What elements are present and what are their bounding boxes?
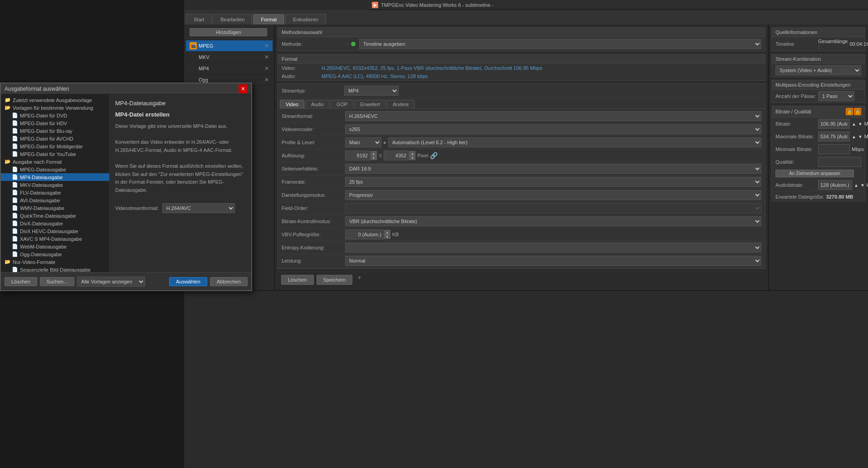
timeline-label: Timeline	[775, 41, 816, 47]
tree-item-ogg-out[interactable]: 📄 Ogg-Dateiausgabe	[1, 250, 109, 258]
vbv-down[interactable]: ▼	[384, 234, 390, 239]
stream-combination-select[interactable]: System (Video + Audio)	[775, 65, 861, 75]
auswaehlen-dialog-btn[interactable]: Auswählen	[169, 277, 207, 286]
vbv-input[interactable]	[345, 229, 384, 239]
enc-tab-gop[interactable]: GOP	[331, 100, 353, 108]
tree-item-avchd[interactable]: 📄 MPEG-Datei für AVCHD	[1, 135, 109, 142]
speichern-button[interactable]: Speichern	[317, 275, 353, 285]
bitrate-modus-select[interactable]: VBR (durchschnittliche Bitrate)	[345, 216, 761, 226]
tree-item-ausgabe[interactable]: 📂 Ausgabe nach Format	[1, 158, 109, 166]
aufloesung-w-up[interactable]: ▲	[371, 151, 377, 156]
framerate-select[interactable]: 25 fps	[345, 177, 761, 187]
videostreamformat-select[interactable]: H.264/AVC H.265/HEVC	[162, 203, 235, 213]
tab-start[interactable]: Start	[186, 14, 212, 24]
multipass-section: Multipass-Encoding-Einstellungen Anzahl …	[771, 80, 865, 103]
streamformat-select[interactable]: H.265/HEVC	[345, 111, 761, 121]
format-item-ogg-close[interactable]: ✕	[264, 77, 269, 83]
format-item-mpeg-close[interactable]: ✕	[264, 43, 269, 49]
entropy-select[interactable]	[345, 243, 761, 253]
dialog-close-button[interactable]: ✕	[239, 84, 248, 93]
profile-select[interactable]: Main	[345, 137, 381, 147]
bitrate-up[interactable]: ▲	[852, 122, 856, 127]
leistung-select[interactable]: Normal	[345, 256, 761, 266]
format-item-mpeg[interactable]: 🎬 MPEG ✕	[186, 40, 273, 52]
file-icon-mp4-out: 📄	[12, 174, 18, 180]
min-bitrate-input[interactable]	[818, 144, 850, 154]
tree-item-mpeg-out[interactable]: 📄 MPEG-Dateausgabe	[1, 166, 109, 173]
aufloesung-w-down[interactable]: ▼	[371, 156, 377, 160]
darstellung-select[interactable]: Progressiv	[345, 190, 761, 200]
file-icon-mkv-out: 📄	[12, 182, 18, 188]
tree-item-xavc-out[interactable]: 📄 XAVC S MP4-Dateiausgabe	[1, 235, 109, 243]
loeschen-button[interactable]: Löschen	[281, 275, 314, 285]
format-item-mp4-label: MP4	[199, 66, 209, 71]
tree-item-mp4-out[interactable]: 📄 MP4-Dateiausgabe	[1, 173, 109, 181]
abbrechen-dialog-btn[interactable]: Abbrechen	[210, 277, 248, 286]
tree-label-bluray: MPEG-Datei für Blu-ray	[20, 128, 73, 134]
tree-item-dvd[interactable]: 📄 MPEG-Datei für DVD	[1, 112, 109, 119]
format-item-mkv-close[interactable]: ✕	[264, 54, 269, 60]
alle-vorlagen-dropdown[interactable]: Alle Vorlagen anzeigen	[77, 277, 145, 287]
tree-item-webm-out[interactable]: 📄 WebM-Dateiausgabe	[1, 243, 109, 250]
tree-item-nurvideo[interactable]: 📂 Nur-Video-Formate	[1, 258, 109, 266]
aufloesung-h-up[interactable]: ▲	[409, 151, 415, 156]
tree-item-qt-out[interactable]: 📄 QuickTime-Dateiausgabe	[1, 212, 109, 219]
vbv-up[interactable]: ▲	[384, 230, 390, 234]
methode-select[interactable]: Timeline ausgeben	[359, 39, 761, 49]
anzahl-select[interactable]: 1 Pass	[818, 91, 854, 101]
tree-item-youtube[interactable]: 📄 MPEG-Datei für YouTube	[1, 150, 109, 158]
tree-item-vorlagen[interactable]: 📂 Vorlagen für bestimmte Verwendung	[1, 104, 109, 112]
hinzufuegen-button[interactable]: Hinzufügen	[190, 28, 268, 36]
tree-item-divx-out[interactable]: 📄 DivX-Dateiausgabe	[1, 219, 109, 227]
level-select[interactable]: Automatisch (Level 6.2 - High tier)	[388, 137, 761, 147]
tree-item-hdv[interactable]: 📄 MPEG-Datei für HDV	[1, 119, 109, 127]
bitrate-lock-btn2[interactable]: 🔒	[854, 108, 861, 115]
max-down[interactable]: ▼	[858, 134, 863, 139]
adapt-btn[interactable]: An Zielmedium anpassen	[775, 170, 854, 177]
aufloesung-w-input[interactable]	[345, 151, 370, 161]
enc-tab-andere[interactable]: Andere	[387, 100, 414, 108]
tab-format[interactable]: Format	[253, 14, 284, 24]
enc-tab-video[interactable]: Video	[280, 100, 304, 108]
tree-item-bluray[interactable]: 📄 MPEG-Datei für Blu-ray	[1, 127, 109, 135]
bitrate-lock-btn1[interactable]: 🔒	[846, 108, 853, 115]
seitenverh-select[interactable]: DAR 16:9	[345, 164, 761, 174]
dialog-info-text: Diese Vorlage gibt eine universelle MP4-…	[115, 122, 246, 194]
tab-bearbeiten[interactable]: Bearbeiten	[213, 14, 252, 24]
enc-tab-erweitert[interactable]: Erweitert	[355, 100, 386, 108]
audio-br-input[interactable]	[818, 180, 852, 190]
tree-item-mobil[interactable]: 📄 MPEG-Datei für Mobilgeräte	[1, 142, 109, 150]
videoencoder-select[interactable]: x265	[345, 124, 761, 134]
bitrate-down[interactable]: ▼	[858, 122, 863, 127]
format-item-mp4-close[interactable]: ✕	[264, 65, 269, 72]
max-up[interactable]: ▲	[852, 134, 856, 139]
qualitaet-input[interactable]	[818, 157, 861, 167]
tree-item-avi-out[interactable]: 📄 AVI-Dateiausgabe	[1, 196, 109, 204]
aufloesung-h-input[interactable]	[384, 151, 409, 161]
tree-item-bild-out[interactable]: 📄 Sequenzielle Bild-Dateiausgabe	[1, 266, 109, 272]
enc-tab-audio[interactable]: Audio	[305, 100, 330, 108]
dialog-info-heading: MP4-Datei erstellen	[115, 111, 246, 118]
aufloesung-h-down[interactable]: ▼	[409, 156, 415, 160]
max-bitrate-input[interactable]	[818, 132, 850, 141]
bitrate-input[interactable]	[818, 119, 850, 129]
tree-item-mkv-out[interactable]: 📄 MKV-Dateiausgabe	[1, 181, 109, 189]
audio-br-up[interactable]: ▲	[854, 183, 858, 188]
suchen-dialog-btn[interactable]: Suchen...	[40, 277, 74, 286]
tree-item-divxhevc-out[interactable]: 📄 DivX HEVC-Dateiausgabe	[1, 227, 109, 235]
tree-item-zuletzt[interactable]: 📁 Zuletzt verwendete Ausgabevorlage	[1, 96, 109, 104]
format-item-mkv[interactable]: MKV ✕	[186, 52, 273, 63]
dateigr-value: 3270.80 MB	[826, 194, 853, 200]
tab-enkodieren[interactable]: Enkodieren	[285, 14, 326, 24]
streamtyp-select[interactable]: MP4	[344, 86, 399, 96]
loeschen-dialog-btn[interactable]: Löschen	[5, 277, 37, 286]
app-title: TMPGEnc Video Mastering Works 6 - subtim…	[381, 2, 493, 8]
format-item-mp4[interactable]: MP4 ✕	[186, 63, 273, 74]
vbv-unit: KB	[392, 232, 399, 237]
fieldorder-select[interactable]	[345, 203, 761, 213]
audio-br-down[interactable]: ▼	[860, 183, 865, 188]
tree-item-flv-out[interactable]: 📄 FLV-Dateiausgabe	[1, 189, 109, 196]
video-value: H.265/HEVC, 8192x4352, 25 fps, 1-Pass VB…	[322, 65, 542, 71]
audio-br-label: Audiobitrate:	[775, 182, 816, 188]
tree-item-wmv-out[interactable]: 📄 WMV-Dateiausgabe	[1, 204, 109, 212]
